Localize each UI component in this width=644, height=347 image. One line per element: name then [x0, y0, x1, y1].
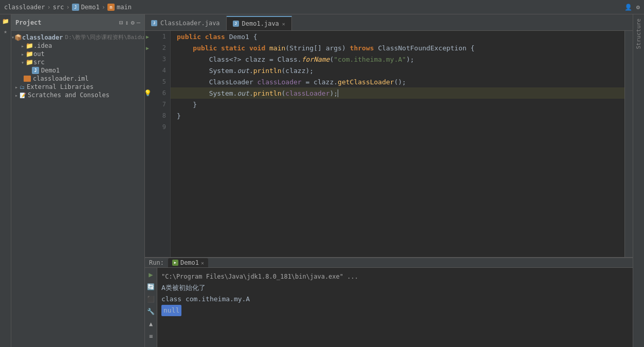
run-rerun-button[interactable]: 🔄	[146, 282, 156, 291]
tree-item-demo1[interactable]: J Demo1	[11, 66, 144, 75]
iml-icon	[24, 76, 31, 82]
run-tab-demo1[interactable]: ▶ Demo1 ✕	[168, 258, 208, 267]
run-up-button[interactable]: ▲	[146, 319, 156, 328]
gutter-line-3: 3	[145, 53, 170, 65]
breadcrumb: classloader › src › J Demo1 › m main	[4, 4, 132, 11]
project-icon[interactable]: 📁	[1, 16, 10, 26]
tree-arrow-idea: ▸	[20, 43, 26, 49]
bottom-panel: Run: ▶ Demo1 ✕ ▶ 🔄 ⬛ 🔧 ▲ ≡ ▼	[145, 257, 633, 347]
bookmark-icon[interactable]: ★	[1, 27, 10, 36]
main-container: 📁 ★ Project ⊟ ↕ ⚙ — ▾ 📦 classloader D:\教…	[0, 14, 644, 347]
run-output-cmd: "C:\Program Files\Java\jdk1.8.0_181\bin\…	[161, 271, 629, 282]
tab-classloader-java[interactable]: J ClassLoader.java	[145, 16, 227, 30]
idea-folder-icon: 📁	[26, 42, 33, 49]
gear-icon[interactable]: ⚙	[131, 19, 135, 26]
tab-demo1-close[interactable]: ✕	[282, 21, 285, 27]
out-label: out	[33, 50, 45, 58]
tree-arrow-scratches: ▸	[13, 93, 20, 98]
tree-item-iml[interactable]: classloader.iml	[11, 75, 144, 83]
editor-area: J ClassLoader.java J Demo1.java ✕ ▶ 1 ▶ …	[145, 14, 633, 347]
code-line-1: public class Demo1 {	[171, 31, 624, 42]
run-tab-close[interactable]: ✕	[201, 260, 204, 266]
tab-bar: J ClassLoader.java J Demo1.java ✕	[145, 14, 633, 31]
scratches-label: Scratches and Consoles	[28, 92, 109, 99]
code-line-8: }	[171, 110, 624, 121]
run-label: Run:	[149, 259, 166, 266]
structure-label[interactable]: Structure	[635, 14, 642, 53]
run-toolbar: ▶ 🔄 ⬛ 🔧 ▲ ≡ ▼	[145, 268, 157, 347]
idea-label: .idea	[33, 42, 52, 49]
gutter-line-1: ▶ 1	[145, 31, 170, 42]
breadcrumb-src: src	[53, 4, 64, 11]
run-play-button[interactable]: ▶	[146, 270, 156, 279]
breadcrumb-demo1: Demo1	[81, 4, 100, 11]
tree-item-external-libraries[interactable]: ▸ 🗂 External Libraries	[11, 83, 144, 91]
project-panel: Project ⊟ ↕ ⚙ — ▾ 📦 classloader D:\教学\同步…	[11, 14, 145, 347]
out-folder-icon: 📁	[26, 50, 33, 58]
gutter-line-9: 9	[145, 121, 170, 133]
code-line-9	[171, 121, 624, 133]
account-icon[interactable]: 👤	[624, 4, 632, 11]
tab-classloader-label: ClassLoader.java	[160, 20, 220, 27]
run-tab-demo1-label: Demo1	[180, 259, 199, 266]
src-label: src	[33, 59, 45, 66]
run-scroll-button[interactable]: ≡	[146, 332, 156, 341]
tree-item-classloader[interactable]: ▾ 📦 classloader D:\教学\同步课程资料\BaiduSyncdi…	[11, 33, 144, 42]
structure-panel[interactable]: Structure	[633, 14, 644, 347]
code-line-5: ClassLoader classLoader = clazz.getClass…	[171, 76, 624, 87]
tree-arrow-src: ▾	[20, 60, 26, 65]
classloader-folder-icon: 📦	[14, 34, 22, 41]
collapse-all-icon[interactable]: ⊟	[119, 19, 123, 26]
tree-arrow-out: ▸	[20, 51, 26, 57]
sync-icon[interactable]: ↕	[125, 19, 128, 26]
project-header-icons: ⊟ ↕ ⚙ —	[119, 19, 140, 26]
breadcrumb-classloader: classloader	[4, 4, 45, 11]
run-output: "C:\Program Files\Java\jdk1.8.0_181\bin\…	[157, 268, 633, 347]
tree-item-idea[interactable]: ▸ 📁 .idea	[11, 42, 144, 50]
run-tab-bar: Run: ▶ Demo1 ✕	[145, 258, 633, 268]
line-gutter: ▶ 1 ▶ 2 3 4 5 💡 6 7 8 9	[145, 31, 171, 257]
breadcrumb-demo1-icon: J	[72, 4, 79, 11]
tab-demo1-java[interactable]: J Demo1.java ✕	[227, 16, 292, 30]
breadcrumb-main: main	[117, 4, 132, 11]
tree-item-scratches[interactable]: ▸ 📝 Scratches and Consoles	[11, 91, 144, 99]
run-stop-button[interactable]: ⬛	[146, 295, 156, 304]
run-tab-demo1-icon: ▶	[172, 260, 178, 266]
tree-item-out[interactable]: ▸ 📁 out	[11, 50, 144, 58]
run-down-button[interactable]: ▼	[146, 344, 156, 347]
tab-demo1-label: Demo1.java	[242, 20, 279, 27]
code-line-7: }	[171, 99, 624, 110]
tab-classloader-icon: J	[151, 20, 157, 26]
run-output-line2: class com.itheima.my.A	[161, 294, 629, 305]
gutter-line-8: 8	[145, 110, 170, 121]
hide-icon[interactable]: —	[137, 19, 140, 26]
run-null-highlight: null	[161, 305, 181, 316]
scratches-icon: 📝	[20, 93, 26, 98]
run-arrow-2[interactable]: ▶	[146, 45, 149, 51]
code-editor: ▶ 1 ▶ 2 3 4 5 💡 6 7 8 9	[145, 31, 633, 257]
gutter-line-7: 7	[145, 99, 170, 110]
ext-lib-icon: 🗂	[20, 84, 25, 90]
gutter-line-2: ▶ 2	[145, 42, 170, 53]
iml-label: classloader.iml	[33, 75, 88, 82]
run-arrow-1[interactable]: ▶	[146, 34, 149, 40]
tree-arrow-ext: ▸	[13, 84, 20, 90]
run-output-line3: null	[161, 305, 629, 316]
classloader-path: D:\教学\同步课程资料\BaiduSyncdisk\S	[65, 33, 144, 41]
settings-icon[interactable]: ⚙	[636, 4, 640, 11]
tree-item-src[interactable]: ▾ 📁 src	[11, 58, 144, 66]
lightbulb-icon[interactable]: 💡	[145, 89, 152, 97]
breadcrumb-main-icon: m	[107, 4, 115, 11]
file-tree: ▾ 📦 classloader D:\教学\同步课程资料\BaiduSyncdi…	[11, 31, 144, 347]
gutter-line-5: 5	[145, 76, 170, 87]
code-line-3: Class<?> clazz = Class.forName("com.ithe…	[171, 53, 624, 65]
code-line-2: public static void main(String[] args) t…	[171, 42, 624, 53]
title-bar-actions: 👤 ⚙	[624, 4, 640, 11]
demo1-java-icon: J	[32, 67, 39, 74]
run-settings-button[interactable]: 🔧	[146, 307, 156, 316]
code-content[interactable]: public class Demo1 { public static void …	[171, 31, 624, 257]
classloader-label: classloader	[22, 34, 63, 41]
side-icons: 📁 ★	[0, 14, 11, 347]
run-output-line1: A类被初始化了	[161, 282, 629, 294]
code-line-4: System.out.println(clazz);	[171, 65, 624, 76]
